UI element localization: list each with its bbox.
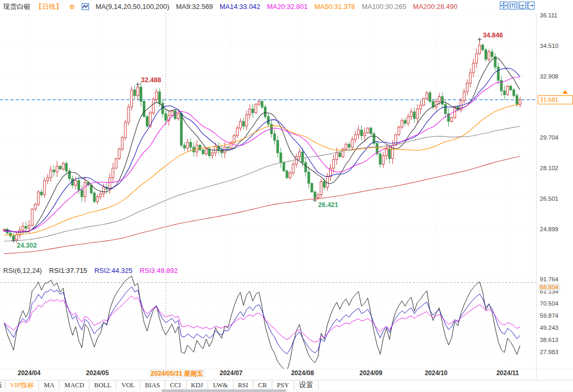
settings-tab[interactable]: 设置: [294, 380, 319, 390]
jump-to-latest-icon[interactable]: [527, 2, 535, 9]
indicator-tab-vol[interactable]: VOL: [116, 380, 140, 390]
svg-text:24.302: 24.302: [17, 242, 37, 249]
x-axis-label: 2024/05: [86, 369, 108, 377]
price-axis-label: 24.899: [540, 226, 558, 232]
x-axis-scale-icon[interactable]: [518, 2, 526, 9]
svg-text:26.421: 26.421: [318, 201, 338, 209]
period-label: 【日线】: [35, 3, 63, 11]
main-legend: 现货白银 【日线】 ⊕ MA(9,14,20,50,100,200) MA9:3…: [3, 2, 462, 12]
ma20-value: MA20:32.801: [267, 3, 308, 11]
indicator-tab-kdj[interactable]: KDJ: [186, 380, 209, 390]
x-axis-label: 2024/11: [496, 369, 519, 377]
indicator-tab-bias[interactable]: BIAS: [140, 380, 165, 390]
price-axis-label: 29.704: [540, 134, 558, 141]
price-axis-label: 32.908: [540, 73, 558, 80]
x-axis-label: 2024/07: [220, 369, 242, 377]
indicator-tab-lw[interactable]: LW&: [208, 380, 233, 390]
price-axis-label: 34.510: [540, 43, 558, 49]
horizontal-scrollbar[interactable]: [0, 389, 573, 392]
ma100-value: MA100:30.265: [362, 3, 407, 11]
rsi2-value: RSI2:44.325: [94, 267, 132, 275]
indicator-tab-rsi[interactable]: RSI: [233, 380, 253, 390]
rsi-params: RSI(6,12,24): [3, 267, 42, 275]
last-price-tag: 31.681: [538, 95, 573, 104]
svg-text:34.846: 34.846: [483, 32, 503, 39]
scrollbar-thumb[interactable]: [162, 389, 286, 392]
crosshair-date-label: 2024/05/31 星期五: [149, 369, 205, 378]
indicator-tab-psy[interactable]: PSY: [272, 380, 294, 390]
ma14-value: MA14:33.042: [220, 3, 260, 11]
rsi-axis-label: 91.764: [540, 276, 558, 282]
x-axis-label: 2024/10: [424, 369, 447, 377]
chart-toolbar-icons: [500, 2, 535, 9]
ma9-value: MA9:32.569: [176, 3, 213, 11]
rsi3-value: RSI3:49.892: [140, 267, 177, 275]
ma200-value: MA200:28.490: [413, 3, 458, 11]
indicator-tab-cr[interactable]: CR: [253, 380, 272, 390]
indicator-tab-vip[interactable]: VIP指标: [5, 380, 39, 390]
rsi-axis-label: 70.504: [540, 300, 558, 307]
rsi-axis-label: 38.613: [540, 337, 558, 343]
svg-text:32.488: 32.488: [141, 76, 161, 84]
indicator-tab-partial[interactable]: 板: [0, 380, 5, 390]
rsi-legend: RSI(6,12,24) RSI1:37.715 RSI2:44.325 RSI…: [3, 267, 183, 275]
price-axis-label: 28.102: [540, 165, 558, 171]
rsi-crosshair-value: 88.804: [538, 283, 560, 291]
chart-canvas[interactable]: 24.30232.48826.42134.846: [0, 0, 573, 392]
indicator-tab-cci[interactable]: CCI: [165, 380, 186, 390]
indicator-tab-ma[interactable]: MA: [39, 380, 60, 390]
ma-params: MA(9,14,20,50,100,200): [95, 3, 169, 11]
price-axis-label: 26.501: [540, 195, 558, 202]
rsi-axis-label: 27.983: [540, 349, 558, 355]
price-up-arrow-icon: [562, 90, 568, 94]
indicator-chart-icon[interactable]: [82, 3, 89, 10]
rsi-axis-label: 49.243: [540, 325, 558, 331]
y-axis-scale-icon[interactable]: [509, 2, 517, 9]
price-axis-label: 36.111: [540, 12, 557, 18]
pan-move-icon[interactable]: [500, 2, 508, 9]
symbol-name: 现货白银: [3, 3, 31, 11]
rsi1-value: RSI1:37.715: [49, 267, 87, 275]
indicator-tab-boll[interactable]: BOLL: [90, 380, 117, 390]
indicator-toolbar: 板 VIP指标 MA MACD BOLL VOL BIAS CCI KDJ LW…: [0, 380, 573, 390]
x-axis-label: 2024/08: [291, 369, 314, 377]
x-axis-label: 2024/09: [359, 369, 382, 377]
rsi-axis-label: 59.874: [540, 312, 558, 319]
indicator-tab-macd[interactable]: MACD: [60, 380, 90, 390]
trading-chart-app: 24.30232.48826.42134.846 现货白银 【日线】 ⊕ MA(…: [0, 0, 573, 392]
ma50-value: MA50:31.378: [314, 3, 355, 11]
add-favorite-icon[interactable]: ⊕: [69, 3, 75, 10]
x-axis-label: 2024/04: [17, 369, 40, 377]
